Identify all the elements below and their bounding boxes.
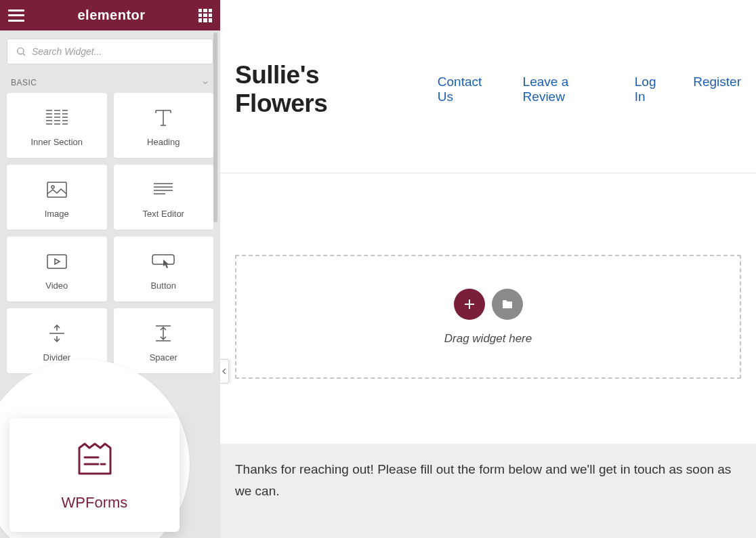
search-container (0, 30, 220, 73)
chevron-down-icon (201, 79, 209, 87)
footer-text-area: Thanks for reaching out! Please fill out… (220, 444, 756, 538)
widget-text-editor[interactable]: Text Editor (114, 165, 214, 230)
sidebar-scrollbar-track (213, 33, 217, 453)
svg-point-23 (51, 186, 54, 188)
nav-leave-review[interactable]: Leave a Review (523, 75, 610, 104)
widget-label: Button (150, 281, 176, 291)
heading-icon (153, 104, 173, 131)
folder-icon (501, 299, 513, 310)
plus-icon (463, 298, 476, 310)
nav-contact-us[interactable]: Contact Us (438, 75, 499, 104)
svg-rect-28 (47, 255, 66, 268)
inner-section-icon (45, 104, 68, 131)
widget-video[interactable]: Video (7, 236, 107, 302)
category-title: BASIC (11, 78, 37, 87)
button-icon (152, 248, 175, 275)
widget-label: Text Editor (143, 209, 184, 219)
widget-label: Video (45, 281, 68, 291)
widget-grid: Inner Section Heading (0, 93, 220, 373)
video-icon (47, 248, 67, 275)
widget-heading[interactable]: Heading (114, 93, 214, 158)
site-header: Sullie's Flowers Contact Us Leave a Revi… (220, 0, 756, 139)
add-section-button[interactable] (454, 289, 485, 320)
widget-inner-section[interactable]: Inner Section (7, 93, 107, 158)
sidebar-collapse-handle[interactable] (220, 359, 229, 384)
widget-label: Spacer (150, 352, 177, 363)
wpforms-icon (75, 438, 114, 480)
template-library-button[interactable] (492, 289, 523, 320)
nav-links: Contact Us Leave a Review Log In Registe… (438, 75, 741, 104)
widget-label: Inner Section (30, 137, 83, 147)
apps-grid-icon[interactable] (198, 9, 212, 22)
svg-marker-29 (55, 259, 60, 264)
widget-wpforms[interactable]: WPForms (9, 418, 180, 532)
widget-label: Heading (147, 137, 180, 147)
wpforms-label: WPForms (62, 494, 128, 512)
dropzone-text: Drag widget here (444, 332, 532, 346)
search-icon (16, 46, 26, 57)
site-title: Sullie's Flowers (235, 61, 413, 118)
nav-register[interactable]: Register (693, 75, 741, 104)
divider-icon (48, 320, 66, 347)
sidebar-scrollbar-thumb[interactable] (213, 33, 217, 222)
text-editor-icon (153, 176, 173, 203)
svg-line-1 (23, 54, 25, 56)
widget-label: Image (45, 209, 69, 219)
search-input[interactable] (32, 46, 205, 57)
sidebar-header: elementor (0, 0, 220, 30)
image-icon (47, 176, 67, 203)
header-divider (220, 173, 756, 173)
chevron-left-icon (222, 367, 227, 375)
widget-button[interactable]: Button (114, 236, 214, 302)
widget-spacer[interactable]: Spacer (114, 308, 214, 373)
widget-dropzone[interactable]: Drag widget here (235, 255, 741, 379)
dropzone-buttons (454, 289, 523, 320)
search-box[interactable] (7, 39, 213, 64)
widget-image[interactable]: Image (7, 165, 107, 230)
hamburger-menu-icon[interactable] (8, 9, 24, 22)
svg-rect-22 (47, 182, 66, 197)
footer-text: Thanks for reaching out! Please fill out… (220, 459, 756, 503)
svg-point-0 (18, 48, 24, 54)
spacer-icon (154, 320, 172, 347)
category-header-basic[interactable]: BASIC (0, 73, 220, 93)
elementor-logo: elementor (77, 7, 145, 23)
nav-log-in[interactable]: Log In (635, 75, 669, 104)
